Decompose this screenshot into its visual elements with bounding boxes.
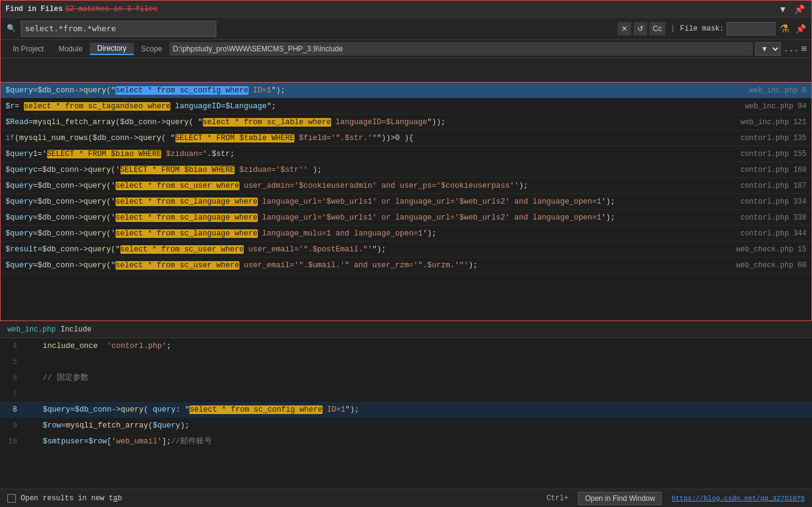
code-preview[interactable]: 4 include_once 'contorl.php'; 5 6 // 固定参… <box>0 338 812 489</box>
find-in-files-panel: Find in Files 12 matches in 3 files ▼ 📌 … <box>0 0 812 83</box>
result-code: $query=$db_conn->query('select * from sc… <box>5 182 731 190</box>
case-button[interactable]: Cc <box>649 22 666 35</box>
result-code: $result=$db_conn->query("select * from s… <box>5 245 726 254</box>
table-row[interactable]: if(mysqli_num_rows($db_conn->query( "SEL… <box>1 130 811 146</box>
open-new-tab-label: Open results in new tab <box>21 494 122 503</box>
table-row[interactable]: $Read=mysqli_fetch_array($db_conn->query… <box>1 114 811 130</box>
table-row[interactable]: $queryc=$db_conn->query('SELECT * FROM $… <box>1 162 811 178</box>
result-file: web_inc.php 121 <box>741 118 807 127</box>
preview-filename: web_inc.php <box>7 325 56 334</box>
pin-toolbar-icon[interactable]: 📌 <box>794 24 808 34</box>
search-icon: 🔍 <box>4 24 18 33</box>
clear-button[interactable]: ✕ <box>618 22 631 35</box>
result-code: $query=$db_conn->query("select * from sc… <box>5 86 739 95</box>
table-row[interactable]: $query=$db_conn->query("select * from sc… <box>1 257 811 273</box>
divider: | <box>670 24 675 33</box>
line-number: 6 <box>0 370 24 386</box>
pin-icon[interactable]: 📌 <box>792 4 807 14</box>
result-code: $r= select * from sc_tagandseo where lan… <box>5 102 735 111</box>
result-file: web_check.php 60 <box>736 261 807 270</box>
line-content <box>24 354 812 370</box>
result-file: contorl.php 334 <box>741 198 807 206</box>
tab-directory[interactable]: Directory <box>90 43 134 55</box>
line-content: $query=$db_conn->query( query: "select *… <box>24 402 812 418</box>
line-content: // 固定参数 <box>24 370 812 386</box>
line-number: 8 <box>0 402 24 418</box>
result-file: contorl.php 187 <box>741 182 807 190</box>
line-number: 4 <box>0 338 24 354</box>
file-mask-label: File mask: <box>680 24 724 33</box>
line-content: $row=mysqli_fetch_array($query); <box>24 418 812 434</box>
file-mask-input[interactable] <box>726 22 775 35</box>
result-code: $Read=mysqli_fetch_array($db_conn->query… <box>5 118 731 127</box>
tab-scope[interactable]: Scope <box>134 43 169 54</box>
table-row[interactable]: $query=$db_conn->query('select * from sc… <box>1 210 811 226</box>
line-number: 9 <box>0 418 24 434</box>
result-code: $query=$db_conn->query("select * from sc… <box>5 261 726 270</box>
result-file: web_inc.php 94 <box>745 102 807 111</box>
result-code: if(mysqli_num_rows($db_conn->query( "SEL… <box>5 134 731 142</box>
filter-icon[interactable]: ▼ <box>777 4 789 14</box>
scope-grid-icon[interactable]: ⊞ <box>802 43 807 54</box>
result-file: web_check.php 15 <box>736 245 807 254</box>
line-content <box>24 386 812 402</box>
status-bar: Open results in new tab Ctrl+ Open in Fi… <box>0 489 812 507</box>
status-left: Open results in new tab <box>7 494 122 503</box>
result-code: $query=$db_conn->query('select * from sc… <box>5 213 731 222</box>
shortcut-text: Ctrl+ <box>546 494 568 503</box>
result-file: contorl.php 135 <box>741 134 807 142</box>
code-line: 7 <box>0 386 812 402</box>
line-number: 7 <box>0 386 24 402</box>
result-code: $queryc=$db_conn->query('SELECT * FROM $… <box>5 166 731 174</box>
table-row[interactable]: $query1='SELECT * FROM $biao WHERE $zidu… <box>1 146 811 162</box>
table-row[interactable]: $r= select * from sc_tagandseo where lan… <box>1 98 811 114</box>
scope-ellipsis[interactable]: ... <box>783 44 799 54</box>
find-header-title: Find in Files <box>5 5 63 13</box>
find-header: Find in Files 12 matches in 3 files ▼ 📌 <box>1 1 811 18</box>
code-line-highlighted: 8 $query=$db_conn->query( query: "select… <box>0 402 812 418</box>
search-input[interactable] <box>21 21 216 37</box>
line-number: 10 <box>0 434 24 450</box>
scope-path-input[interactable] <box>169 42 753 56</box>
table-row[interactable]: $query=$db_conn->query('select * from sc… <box>1 178 811 194</box>
result-code: $query=$db_conn->query('select * from sc… <box>5 229 731 238</box>
table-row[interactable]: $query=$db_conn->query('select * from sc… <box>1 194 811 210</box>
preview-section: web_inc.php Include 4 include_once 'cont… <box>0 321 812 489</box>
table-row[interactable]: $result=$db_conn->query("select * from s… <box>1 242 811 257</box>
search-toolbar: 🔍 ✕ ↺ Cc | File mask: ⚗ 📌 <box>1 18 811 40</box>
find-header-count: 12 matches in 3 files <box>65 5 158 13</box>
results-section: $query=$db_conn->query("select * from sc… <box>0 83 812 321</box>
result-file: contorl.php 338 <box>741 213 807 222</box>
result-code: $query=$db_conn->query('select * from sc… <box>5 198 731 206</box>
result-code: $query1='SELECT * FROM $biao WHERE $zidu… <box>5 150 731 158</box>
tab-in-project[interactable]: In Project <box>5 43 51 54</box>
result-file: contorl.php 160 <box>741 166 807 174</box>
code-line: 9 $row=mysqli_fetch_array($query); <box>0 418 812 434</box>
replace-button[interactable]: ↺ <box>634 22 647 35</box>
blog-link[interactable]: https://blog.csdn.net/qq_32751075 <box>671 495 805 502</box>
filter-funnel-icon[interactable]: ⚗ <box>778 22 791 35</box>
scope-dropdown[interactable]: ▼ <box>755 42 781 56</box>
line-content: include_once 'contorl.php'; <box>24 338 812 354</box>
code-line: 6 // 固定参数 <box>0 370 812 386</box>
result-file: contorl.php 344 <box>741 229 807 238</box>
result-file: contorl.php 155 <box>741 150 807 158</box>
preview-context: Include <box>60 325 91 334</box>
result-file: web_inc.php 8 <box>749 86 807 95</box>
open-find-window-button[interactable]: Open in Find Window <box>578 492 662 505</box>
status-right: Ctrl+ Open in Find Window https://blog.c… <box>546 492 805 505</box>
line-number: 5 <box>0 354 24 370</box>
code-line: 5 <box>0 354 812 370</box>
code-line: 4 include_once 'contorl.php'; <box>0 338 812 354</box>
code-line: 10 $smtpuser=$row['web_umail'];//邮件账号 <box>0 434 812 450</box>
open-new-tab-checkbox[interactable] <box>7 494 16 503</box>
table-row[interactable]: $query=$db_conn->query('select * from sc… <box>1 226 811 242</box>
tab-module[interactable]: Module <box>51 43 90 54</box>
scope-row: In Project Module Directory Scope ▼ ... … <box>1 40 811 58</box>
line-content: $smtpuser=$row['web_umail'];//邮件账号 <box>24 434 812 450</box>
table-row[interactable]: $query=$db_conn->query("select * from sc… <box>1 83 811 98</box>
preview-header: web_inc.php Include <box>0 321 812 338</box>
